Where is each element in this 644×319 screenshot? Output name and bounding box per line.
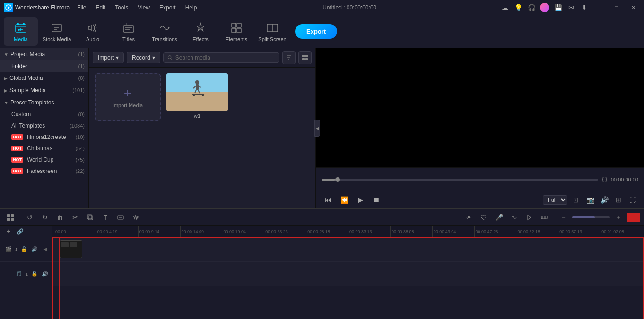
maximize-button[interactable]: □ (610, 1, 623, 14)
redo-button[interactable]: ↻ (38, 211, 52, 224)
import-media-placeholder[interactable]: + Import Media (95, 73, 161, 121)
toolbar-effects[interactable]: Effects (183, 17, 218, 46)
svg-marker-8 (168, 26, 170, 29)
stop-button[interactable]: ⏹ (370, 193, 383, 207)
timeline-tracks-scroll[interactable]: 00:00 00:00:4:19 00:00:9:14 00:00:14:09 … (52, 226, 644, 319)
tools-panel-toggle[interactable] (4, 211, 17, 224)
volume-icon[interactable]: 🔊 (599, 194, 610, 206)
sidebar-header-preset-templates[interactable]: ▼ Preset Templates (0, 96, 88, 109)
svg-line-16 (171, 58, 172, 60)
mosaic-icon[interactable] (538, 211, 551, 224)
sidebar-item-christmas[interactable]: HOT Christmas (54) (0, 143, 88, 154)
add-to-timeline-icon[interactable]: ⊞ (613, 194, 624, 206)
toolbar-stock-media[interactable]: Stock Media (40, 17, 74, 46)
cloud-icon[interactable]: ☁ (500, 3, 510, 12)
audio-lock-icon[interactable]: 🔓 (31, 270, 38, 278)
track-expand-icon[interactable]: ◀ (41, 246, 49, 253)
svg-rect-37 (87, 215, 92, 219)
undo-button[interactable]: ↺ (23, 211, 36, 224)
chevron-down-icon: ▼ (4, 52, 9, 57)
menu-help[interactable]: Help (183, 3, 199, 12)
headphone-icon[interactable]: 🎧 (527, 3, 536, 12)
menu-edit[interactable]: Edit (94, 3, 108, 12)
preview-progress-bar[interactable] (322, 179, 598, 181)
playhead[interactable] (59, 237, 60, 319)
link-button[interactable]: 🔗 (14, 227, 26, 236)
toolbar-titles[interactable]: T Titles (112, 17, 146, 46)
title-bar-left: Wondershare Filmora File Edit Tools View… (4, 3, 199, 12)
toolbar-media[interactable]: Media (4, 17, 38, 46)
save-icon[interactable]: 💾 (553, 3, 563, 12)
video-clip[interactable] (60, 240, 82, 258)
mail-icon[interactable]: ✉ (566, 3, 576, 12)
export-button[interactable]: Export (295, 24, 337, 39)
delete-button[interactable]: 🗑 (53, 211, 67, 224)
fit-window-icon[interactable]: ⊡ (570, 194, 582, 206)
svg-rect-10 (237, 23, 241, 27)
sidebar-section-preset-templates: ▼ Preset Templates Custom (0) All Templa… (0, 96, 88, 177)
toolbar-split-screen[interactable]: Split Screen (255, 17, 289, 46)
search-input[interactable] (175, 54, 275, 61)
import-button[interactable]: Import ▾ (93, 52, 124, 63)
toolbar-audio[interactable]: Audio (76, 17, 110, 46)
sidebar-item-all-templates[interactable]: All Templates (1084) (0, 120, 88, 131)
quality-select[interactable]: Full (543, 195, 567, 205)
ruler-time-4: 00:00:19:04 (222, 226, 264, 237)
sidebar-item-fadescreen[interactable]: HOT Fadescreen (22) (0, 165, 88, 177)
bulb-icon[interactable]: 💡 (513, 3, 523, 12)
mic-icon[interactable]: 🎤 (492, 211, 505, 224)
progress-handle[interactable] (335, 177, 340, 182)
media-item-w1[interactable]: w1 (166, 73, 228, 202)
download-icon[interactable]: ⬇ (580, 3, 589, 12)
transitions-small-icon[interactable] (507, 211, 521, 224)
close-button[interactable]: ✕ (627, 1, 640, 14)
skip-back-button[interactable]: ⏮ (322, 193, 335, 207)
panel-collapse-button[interactable]: ◀ (314, 120, 320, 137)
grid-view-button[interactable] (298, 51, 312, 64)
sidebar-item-custom[interactable]: Custom (0) (0, 109, 88, 120)
copy-button[interactable] (84, 211, 97, 224)
add-track-button[interactable]: + (3, 227, 14, 236)
fullscreen-icon[interactable]: ⛶ (627, 194, 638, 206)
screenshot-icon[interactable]: 📷 (584, 194, 596, 206)
menu-view[interactable]: View (136, 3, 152, 12)
menu-tools[interactable]: Tools (113, 3, 130, 12)
sun-icon[interactable]: ☀ (462, 211, 475, 224)
title-button[interactable]: T (99, 211, 112, 224)
user-avatar[interactable] (540, 3, 549, 12)
sidebar-item-folder[interactable]: Folder (1) (0, 60, 88, 72)
menu-export[interactable]: Export (157, 3, 178, 12)
snap-icon[interactable] (522, 211, 536, 224)
audio-track-header: 🎵 1 🔓 🔊 (0, 262, 52, 286)
toolbar-elements[interactable]: Elements (219, 17, 253, 46)
frame-back-button[interactable]: ⏪ (338, 193, 351, 207)
sidebar-header-sample-media[interactable]: ▶ Sample Media (101) (0, 84, 88, 96)
zoom-slider[interactable] (572, 216, 610, 218)
menu-file[interactable]: File (75, 3, 88, 12)
track-mute-icon[interactable]: 🔊 (31, 246, 38, 253)
sidebar-header-global-media[interactable]: ▶ Global Media (8) (0, 72, 88, 84)
record-indicator[interactable] (627, 213, 640, 222)
track-lock-icon[interactable]: 🔓 (20, 246, 28, 253)
minimize-button[interactable]: ─ (593, 1, 606, 14)
filter-button[interactable] (282, 51, 296, 64)
cut-button[interactable]: ✂ (69, 211, 82, 224)
shield-icon[interactable]: 🛡 (477, 211, 490, 224)
play-button[interactable]: ▶ (354, 193, 367, 207)
record-button[interactable]: Record ▾ (127, 52, 160, 63)
audio-icon (86, 21, 99, 34)
color-correct-button[interactable] (114, 211, 127, 224)
sidebar-header-project-media[interactable]: ▼ Project Media (1) (0, 48, 88, 60)
zoom-out-button[interactable]: － (557, 211, 570, 224)
sidebar-item-filmora12create[interactable]: HOT filmora12create (10) (0, 131, 88, 143)
sidebar-item-world-cup[interactable]: HOT World Cup (75) (0, 154, 88, 165)
toolbar-transitions[interactable]: Transitions (148, 17, 182, 46)
audio-mute-icon[interactable]: 🔊 (41, 270, 49, 278)
svg-point-4 (18, 29, 20, 31)
zoom-in-button[interactable]: ＋ (612, 211, 625, 224)
svg-rect-11 (232, 28, 236, 33)
ruler-time-12: 00:00:57:13 (558, 226, 600, 237)
preview-bottom-bar: ⏮ ⏪ ▶ ⏹ Full ⊡ 📷 🔊 ⊞ ⛶ (316, 191, 644, 208)
audio-waveform-button[interactable] (129, 211, 142, 224)
project-title: Untitled : 00:00:00:00 (322, 4, 376, 11)
